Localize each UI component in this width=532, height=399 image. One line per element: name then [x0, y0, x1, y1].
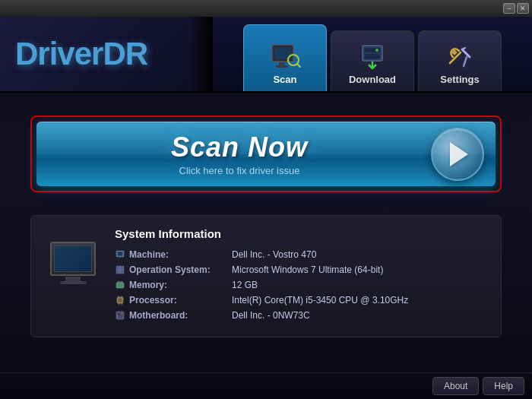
nav-tabs: Scan Download — [213, 17, 532, 91]
machine-label: Machine: — [129, 249, 228, 260]
machine-icon — [115, 249, 125, 260]
tab-scan[interactable]: Scan — [243, 24, 327, 91]
memory-value: 12 GB — [232, 280, 258, 290]
minimize-button[interactable]: – — [503, 3, 515, 14]
monitor-screen — [54, 245, 92, 272]
svg-rect-25 — [119, 299, 122, 302]
arrow-right-icon — [450, 142, 468, 166]
scan-tab-icon — [269, 43, 301, 74]
logo: DriverDR — [15, 36, 147, 72]
scan-now-wrapper: Scan Now Click here to fix driver issue — [30, 116, 502, 192]
close-button[interactable]: ✕ — [517, 3, 529, 14]
svg-rect-31 — [118, 313, 120, 315]
settings-tab-icon — [444, 43, 476, 74]
memory-label: Memory: — [129, 280, 228, 290]
tab-download[interactable]: Download — [331, 30, 414, 91]
table-row: Machine: Dell Inc. - Vostro 470 — [115, 249, 489, 260]
machine-value: Dell Inc. - Vostro 470 — [232, 249, 316, 260]
motherboard-value: Dell Inc. - 0NW73C — [232, 310, 310, 321]
table-row: Motherboard: Dell Inc. - 0NW73C — [115, 310, 489, 321]
scan-now-subtitle: Click here to fix driver issue — [179, 165, 300, 176]
main-window: DriverDR Scan — [0, 17, 532, 399]
scan-arrow-button[interactable] — [431, 128, 484, 181]
monitor-body — [50, 242, 96, 276]
os-label: Operation System: — [129, 264, 228, 275]
scan-text-area: Scan Now Click here to fix driver issue — [48, 131, 431, 176]
svg-point-8 — [375, 49, 378, 52]
scan-now-button[interactable]: Scan Now Click here to fix driver issue — [36, 122, 496, 186]
motherboard-label: Motherboard: — [129, 310, 228, 321]
scan-tab-label: Scan — [273, 74, 296, 85]
os-value: Microsoft Windows 7 Ultimate (64-bit) — [232, 264, 383, 275]
help-button[interactable]: Help — [483, 377, 524, 395]
svg-rect-19 — [116, 283, 124, 288]
tab-settings[interactable]: Settings — [418, 30, 502, 91]
motherboard-icon — [115, 310, 125, 321]
monitor-base — [60, 281, 87, 284]
svg-rect-2 — [279, 62, 285, 65]
processor-icon — [115, 295, 125, 306]
content-area: Scan Now Click here to fix driver issue … — [0, 93, 532, 360]
processor-label: Processor: — [129, 295, 228, 306]
system-info-panel: System Information Machine: Dell Inc. - … — [30, 215, 502, 337]
table-row: Operation System: Microsoft Windows 7 Ul… — [115, 264, 489, 275]
logo-area: DriverDR — [0, 17, 213, 91]
table-row: Memory: 12 GB — [115, 280, 489, 290]
svg-rect-32 — [121, 313, 122, 315]
about-button[interactable]: About — [432, 377, 479, 395]
title-bar: – ✕ — [0, 0, 532, 17]
sys-info-content: System Information Machine: Dell Inc. - … — [115, 227, 489, 325]
download-tab-icon — [356, 43, 388, 74]
svg-line-5 — [297, 64, 300, 67]
os-icon — [115, 264, 125, 275]
svg-rect-3 — [276, 65, 288, 68]
computer-icon — [43, 227, 103, 284]
svg-line-13 — [462, 48, 465, 49]
svg-rect-9 — [365, 54, 380, 59]
processor-value: Intel(R) Core(TM) i5-3450 CPU @ 3.10GHz — [232, 295, 408, 306]
header: DriverDR Scan — [0, 17, 532, 93]
svg-line-11 — [462, 49, 470, 57]
table-row: Processor: Intel(R) Core(TM) i5-3450 CPU… — [115, 295, 489, 306]
sys-info-title: System Information — [115, 227, 489, 240]
memory-icon — [115, 280, 125, 290]
download-tab-label: Download — [349, 74, 396, 85]
svg-rect-15 — [118, 252, 122, 256]
scan-now-title: Scan Now — [171, 131, 308, 163]
bottom-bar: About Help — [0, 372, 532, 399]
settings-tab-label: Settings — [440, 74, 479, 85]
svg-line-12 — [464, 57, 467, 66]
